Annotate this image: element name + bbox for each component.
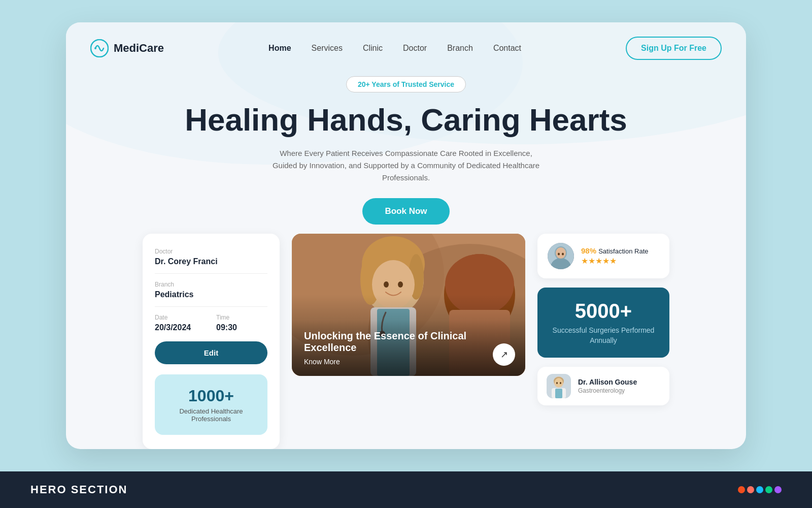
doctor-avatar (547, 374, 571, 398)
satisfaction-stars: ★★★★★ (581, 256, 648, 266)
appointment-card: Doctor Dr. Corey Franci Branch Pediatric… (143, 234, 280, 449)
arrow-icon: ↗ (500, 349, 508, 360)
image-card-text: Unlocking the Essence of Clinical Excell… (304, 330, 513, 354)
doctor-name: Dr. Corey Franci (155, 257, 267, 274)
hero-image: Unlocking the Essence of Clinical Excell… (292, 234, 525, 376)
arrow-button[interactable]: ↗ (493, 343, 515, 366)
nav-link-services: Services (312, 44, 343, 52)
hero-title: Healing Hands, Caring Hearts (66, 103, 746, 137)
logo-icon (90, 39, 109, 57)
nav-item-services[interactable]: Services (312, 44, 343, 53)
nav-item-contact[interactable]: Contact (493, 44, 521, 53)
right-stats: 98% Satisfaction Rate ★★★★★ 5000+ Succes… (537, 234, 669, 405)
time-value: 09:30 (216, 323, 267, 332)
hero-content: 20+ Years of Trusted Service Healing Han… (66, 60, 746, 239)
bottom-bar-title: HERO SECTION (30, 483, 127, 496)
date-value: 20/3/2024 (155, 323, 206, 332)
nav-link-contact: Contact (493, 44, 521, 52)
branch-name: Pediatrics (155, 290, 267, 307)
left-stats-number: 1000+ (165, 387, 257, 405)
avatar (548, 243, 574, 269)
figma-dot-red (738, 486, 745, 493)
signup-button[interactable]: Sign Up For Free (626, 37, 722, 60)
date-time-row: Date 20/3/2024 Time 09:30 (155, 314, 267, 332)
date-label: Date (155, 314, 206, 321)
know-more-text: Know More (304, 358, 513, 366)
svg-rect-31 (555, 389, 562, 398)
time-col: Time 09:30 (216, 314, 267, 332)
satisfaction-label: Satisfaction Rate (598, 247, 648, 255)
figma-dot-purple (774, 486, 782, 493)
image-card: Unlocking the Essence of Clinical Excell… (292, 234, 525, 376)
nav-link-clinic: Clinic (363, 44, 383, 52)
trusted-badge: 20+ Years of Trusted Service (346, 76, 466, 92)
figma-dot-orange (747, 486, 754, 493)
doctor-name: Dr. Allison Gouse (578, 378, 637, 386)
left-stats-label: Dedicated Healthcare Professionals (165, 407, 257, 423)
surgeries-card: 5000+ Successful Surgeries Performed Ann… (537, 288, 669, 358)
svg-point-33 (556, 382, 558, 384)
doctor-card: Dr. Allison Gouse Gastroenterology (537, 367, 669, 405)
doctor-label: Doctor (155, 248, 267, 255)
nav-item-clinic[interactable]: Clinic (363, 44, 383, 53)
satisfaction-percent-value: 98% (581, 246, 596, 255)
svg-point-25 (558, 253, 560, 256)
figma-dot-blue (756, 486, 763, 493)
svg-point-34 (560, 382, 561, 384)
surgeries-label: Successful Surgeries Performed Annually (548, 326, 659, 345)
edit-button[interactable]: Edit (155, 341, 267, 364)
left-stats-card: 1000+ Dedicated Healthcare Professionals (155, 374, 267, 435)
main-card: MediCare Home Services Clinic Doctor Bra… (66, 22, 746, 449)
svg-point-26 (562, 253, 564, 256)
nav-links: Home Services Clinic Doctor Branch Conta… (268, 44, 521, 53)
nav-item-branch[interactable]: Branch (447, 44, 473, 53)
hero-lower: Doctor Dr. Corey Franci Branch Pediatric… (66, 239, 746, 449)
hero-subtitle: Where Every Patient Receives Compassiona… (269, 147, 543, 184)
svg-point-32 (555, 378, 563, 387)
logo: MediCare (90, 39, 164, 57)
surgeries-number: 5000+ (548, 300, 659, 323)
satisfaction-info: 98% Satisfaction Rate ★★★★★ (581, 246, 648, 266)
navbar: MediCare Home Services Clinic Doctor Bra… (66, 22, 746, 60)
figma-dot-green (765, 486, 772, 493)
date-col: Date 20/3/2024 (155, 314, 206, 332)
figma-icon (738, 486, 782, 493)
bottom-bar: HERO SECTION (0, 471, 812, 508)
nav-item-doctor[interactable]: Doctor (403, 44, 427, 53)
svg-point-24 (556, 247, 566, 259)
book-now-button[interactable]: Book Now (362, 198, 449, 225)
nav-link-doctor: Doctor (403, 44, 427, 52)
image-overlay: Unlocking the Essence of Clinical Excell… (292, 320, 525, 376)
brand-name: MediCare (114, 42, 164, 55)
nav-link-home: Home (268, 44, 291, 52)
time-label: Time (216, 314, 267, 321)
satisfaction-percent: 98% Satisfaction Rate (581, 246, 648, 255)
nav-item-home[interactable]: Home (268, 44, 291, 53)
satisfaction-card: 98% Satisfaction Rate ★★★★★ (537, 234, 669, 278)
branch-label: Branch (155, 281, 267, 288)
svg-point-3 (94, 47, 96, 49)
doctor-specialty: Gastroenterology (578, 387, 637, 394)
nav-link-branch: Branch (447, 44, 473, 52)
doctor-info: Dr. Allison Gouse Gastroenterology (578, 378, 637, 394)
